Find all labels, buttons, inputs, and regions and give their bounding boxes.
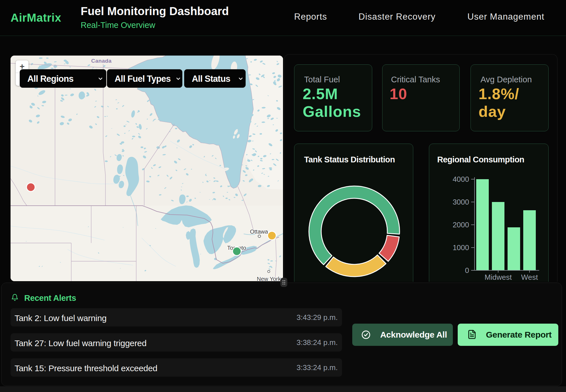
svg-text:3000: 3000 <box>453 198 469 206</box>
svg-text:New York: New York <box>257 276 281 281</box>
svg-text:West: West <box>521 273 538 281</box>
svg-text:0: 0 <box>465 266 469 275</box>
svg-text:Midwest: Midwest <box>484 273 512 281</box>
svg-text:1000: 1000 <box>453 243 469 252</box>
svg-text:4000: 4000 <box>453 175 469 183</box>
svg-text:2000: 2000 <box>453 220 469 229</box>
svg-text:Canada: Canada <box>91 58 112 64</box>
svg-text:Ottawa: Ottawa <box>250 228 268 235</box>
